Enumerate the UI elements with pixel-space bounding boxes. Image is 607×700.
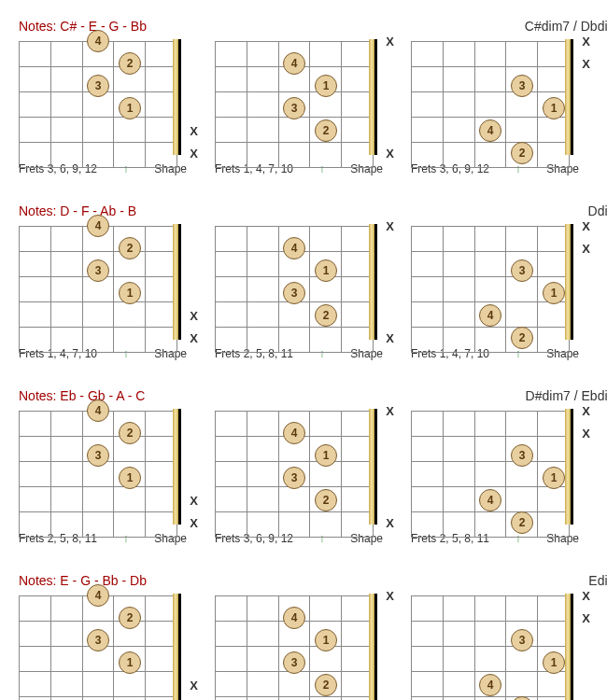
finger-dot: 2 — [315, 119, 337, 142]
mute-marker: X — [386, 35, 394, 49]
finger-dot: 1 — [543, 97, 565, 119]
finger-dot: 2 — [511, 142, 533, 164]
diagrams-row: 4231XXFrets 2, 5, 8, 11↑Shape4132XXFrets… — [19, 411, 607, 545]
fretboard: 3142XX — [411, 226, 579, 338]
nut — [173, 224, 181, 340]
finger-dot: 1 — [543, 282, 565, 304]
nut — [173, 409, 181, 525]
chord-row: Notes: C# - E - G - BbC#dim7 / Dbdim7423… — [19, 19, 607, 175]
finger-dot: 1 — [119, 97, 141, 119]
chord-name: Ddim7 — [588, 203, 607, 218]
fretboard: 4231XX — [19, 226, 187, 338]
mute-marker: X — [386, 331, 394, 345]
nut — [565, 224, 573, 340]
finger-dot: 3 — [87, 629, 109, 651]
chord-diagram: 4231XXFrets 3, 6, 9, 12↑Shape — [19, 595, 187, 700]
fretboard: 4231XX — [19, 41, 187, 153]
nut — [565, 409, 573, 525]
notes-label: Notes: C# - E - G - Bb — [19, 19, 147, 34]
nut — [565, 594, 573, 700]
finger-dot: 3 — [283, 97, 305, 119]
fretboard: 4231XX — [19, 411, 187, 523]
fretboard: 4132XX — [215, 41, 383, 153]
notes-label: Notes: D - F - Ab - B — [19, 203, 136, 218]
finger-dot: 3 — [511, 629, 533, 651]
diagrams-row: 4231XXFrets 3, 6, 9, 12↑Shape4132XXFrets… — [19, 595, 607, 700]
finger-dot: 2 — [119, 52, 141, 75]
finger-dot: 1 — [119, 467, 141, 489]
mute-marker: X — [386, 404, 394, 418]
row-header: Notes: C# - E - G - BbC#dim7 / Dbdim7 — [19, 19, 607, 34]
finger-dot: 3 — [283, 467, 305, 489]
row-header: Notes: Eb - Gb - A - CD#dim7 / Ebdim7 — [19, 388, 607, 403]
mute-marker: X — [190, 494, 198, 508]
chord-diagram: 4132XXFrets 1, 4, 7, 10↑Shape — [215, 41, 383, 175]
finger-dot: 4 — [479, 489, 501, 511]
finger-dot: 1 — [543, 467, 565, 489]
mute-marker: X — [582, 404, 590, 418]
mute-marker: X — [190, 124, 198, 138]
finger-dot: 1 — [543, 651, 565, 674]
mute-marker: X — [386, 147, 394, 161]
chord-diagram: 4231XXFrets 3, 6, 9, 12↑Shape — [19, 41, 187, 175]
finger-dot: 3 — [87, 259, 109, 282]
mute-marker: X — [190, 147, 198, 161]
chord-diagram: 4132XXFrets 1, 4, 7, 10↑Shape — [215, 595, 383, 700]
mute-marker: X — [582, 427, 590, 441]
notes-label: Notes: Eb - Gb - A - C — [19, 388, 145, 403]
fretboard: 4231XX — [19, 595, 187, 700]
finger-dot: 4 — [283, 237, 305, 259]
mute-marker: X — [582, 589, 590, 603]
mute-marker: X — [386, 589, 394, 603]
finger-dot: 4 — [479, 304, 501, 327]
finger-dot: 2 — [315, 304, 337, 327]
finger-dot: 1 — [315, 259, 337, 282]
finger-dot: 1 — [119, 282, 141, 304]
chord-diagram: 3142XXFrets 1, 4, 7, 10↑Shape — [411, 226, 579, 360]
mute-marker: X — [582, 242, 590, 256]
nut — [565, 39, 573, 155]
mute-marker: X — [190, 309, 198, 323]
finger-dot: 1 — [315, 629, 337, 651]
finger-dot: 2 — [315, 674, 337, 696]
finger-dot: 4 — [283, 422, 305, 444]
fretboard: 4132XX — [215, 226, 383, 338]
finger-dot: 3 — [87, 444, 109, 467]
notes-label: Notes: E - G - Bb - Db — [19, 573, 147, 588]
finger-dot: 4 — [283, 607, 305, 629]
fretboard: 4132XX — [215, 411, 383, 523]
chord-name: C#dim7 / Dbdim7 — [525, 19, 607, 34]
finger-dot: 3 — [283, 282, 305, 304]
finger-dot: 1 — [119, 651, 141, 674]
chord-diagram: 4231XXFrets 2, 5, 8, 11↑Shape — [19, 411, 187, 545]
diagrams-row: 4231XXFrets 3, 6, 9, 12↑Shape4132XXFrets… — [19, 41, 607, 175]
chord-diagram: 4132XXFrets 2, 5, 8, 11↑Shape — [215, 226, 383, 360]
chord-diagram: 3142XXFrets 3, 6, 9, 12↑Shape — [411, 595, 579, 700]
row-header: Notes: D - F - Ab - BDdim7 — [19, 203, 607, 218]
mute-marker: X — [582, 611, 590, 625]
nut — [369, 409, 377, 525]
finger-dot: 3 — [87, 75, 109, 97]
finger-dot: 3 — [511, 75, 533, 97]
mute-marker: X — [190, 516, 198, 530]
chord-diagram: 4231XXFrets 1, 4, 7, 10↑Shape — [19, 226, 187, 360]
mute-marker: X — [386, 219, 394, 233]
nut — [369, 224, 377, 340]
fretboard: 3142XX — [411, 41, 579, 153]
nut — [369, 39, 377, 155]
finger-dot: 3 — [511, 259, 533, 282]
chord-row: Notes: Eb - Gb - A - CD#dim7 / Ebdim7423… — [19, 388, 607, 545]
finger-dot: 2 — [511, 511, 533, 534]
chord-diagram: 4132XXFrets 3, 6, 9, 12↑Shape — [215, 411, 383, 545]
finger-dot: 3 — [511, 444, 533, 467]
mute-marker: X — [582, 35, 590, 49]
finger-dot: 4 — [283, 52, 305, 75]
fretboard: 3142XX — [411, 411, 579, 523]
mute-marker: X — [190, 679, 198, 693]
finger-dot: 4 — [87, 399, 109, 422]
finger-dot: 1 — [315, 444, 337, 467]
nut — [173, 39, 181, 155]
finger-dot: 4 — [87, 30, 109, 52]
finger-dot: 2 — [511, 327, 533, 349]
finger-dot: 4 — [87, 584, 109, 607]
